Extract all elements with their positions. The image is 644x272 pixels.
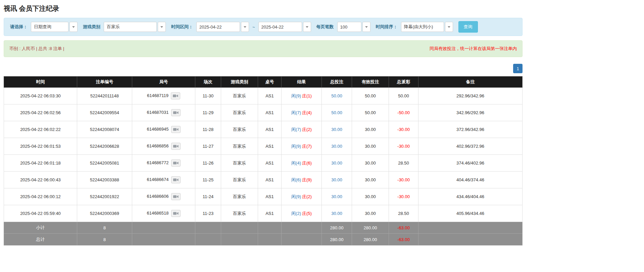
result-cell: 闲(2)庄(5) xyxy=(282,205,322,222)
payout: -30.00 xyxy=(389,172,418,188)
total-bet-link[interactable]: 30.00 xyxy=(331,144,342,149)
page-size-label: 每页笔数 xyxy=(316,24,334,30)
total-bet-link[interactable]: 50.00 xyxy=(331,110,342,115)
sort-input[interactable] xyxy=(401,22,444,32)
empty-cell xyxy=(282,234,322,245)
round-id: 614687119 xyxy=(147,93,168,98)
column-header-session: 场次 xyxy=(195,77,221,88)
round-video-button[interactable] xyxy=(171,92,180,99)
select-type-input[interactable] xyxy=(31,22,68,32)
total-bet-cell: 30.00 xyxy=(322,155,352,172)
date-from-dropdown-button[interactable] xyxy=(241,22,249,32)
page-size-dropdown-button[interactable] xyxy=(362,22,370,32)
round-cell: 614686518 xyxy=(132,205,195,222)
empty-cell xyxy=(258,234,282,245)
round-video-button[interactable] xyxy=(171,193,181,200)
table-number: AS1 xyxy=(258,88,282,104)
page-title: 视讯 会员下注纪录 xyxy=(4,4,523,13)
total-bet-link[interactable]: 50.00 xyxy=(331,93,342,98)
date-to-dropdown-button[interactable] xyxy=(303,22,311,32)
empty-cell xyxy=(221,222,258,234)
sort-dropdown-button[interactable] xyxy=(445,22,453,32)
session-number: 11-27 xyxy=(195,138,221,155)
bet-id: 522442000369 xyxy=(77,205,132,222)
remark: 405.96/434.46 xyxy=(418,205,523,222)
column-header-round-id: 局号 xyxy=(132,77,195,88)
remark: 434.46/404.46 xyxy=(418,188,523,205)
game-type: 百家乐 xyxy=(221,205,258,222)
subtotal-valid-bet: 280.00 xyxy=(352,222,389,234)
search-button[interactable]: 查询 xyxy=(458,21,478,33)
date-to-combo xyxy=(258,22,311,32)
result-player: 闲(9) xyxy=(291,93,301,98)
valid-bet: 30.00 xyxy=(352,205,389,222)
total-bet-link[interactable]: 30.00 xyxy=(331,194,342,199)
game-type: 百家乐 xyxy=(221,155,258,172)
round-video-button[interactable] xyxy=(171,126,181,133)
total-payout: -63.00 xyxy=(389,234,418,245)
remark: 342.96/292.96 xyxy=(418,104,523,121)
date-to-input[interactable] xyxy=(258,22,302,32)
chevron-down-icon xyxy=(160,26,163,28)
column-header-time: 时间 xyxy=(4,77,77,88)
total-label: 总计 xyxy=(4,234,77,245)
round-video-button[interactable] xyxy=(171,109,181,116)
page-size-input[interactable] xyxy=(337,22,361,32)
date-from-input[interactable] xyxy=(196,22,240,32)
column-header-table-no: 桌号 xyxy=(258,77,282,88)
bet-time: 2025-04-22 06:00:43 xyxy=(4,172,77,188)
result-player: 闲(9) xyxy=(291,194,301,199)
empty-cell xyxy=(132,222,195,234)
payout: -30.00 xyxy=(389,138,418,155)
total-bet-link[interactable]: 30.00 xyxy=(331,127,342,132)
chevron-down-icon xyxy=(365,26,368,28)
subtotal-label: 小计 xyxy=(4,222,77,234)
table-row: 2025-04-22 06:02:56 522442009554 6146870… xyxy=(4,104,523,121)
game-type-input[interactable] xyxy=(104,22,157,32)
empty-cell xyxy=(418,234,523,245)
round-video-button[interactable] xyxy=(171,176,181,183)
summary-bar: 币别 : 人民币 | 总共 :8 注单 | 同局有效投注，统一计算在该局第一张注… xyxy=(4,40,523,57)
round-cell: 614686606 xyxy=(132,188,195,205)
bet-id: 522442003388 xyxy=(77,172,132,188)
empty-cell xyxy=(418,222,523,234)
table-number: AS1 xyxy=(258,155,282,172)
remark: 374.46/402.96 xyxy=(418,155,523,172)
bet-id: 522442005081 xyxy=(77,155,132,172)
chevron-down-icon xyxy=(448,26,450,28)
game-type-dropdown-button[interactable] xyxy=(158,22,166,32)
round-cell: 614686856 xyxy=(132,138,195,155)
chevron-down-icon xyxy=(72,26,75,28)
result-cell: 闲(9)庄(2) xyxy=(282,188,322,205)
round-cell: 614687119 xyxy=(132,88,195,104)
bet-id: 522442006628 xyxy=(77,138,132,155)
video-camera-icon xyxy=(173,128,179,131)
empty-cell xyxy=(258,222,282,234)
total-bet-link[interactable]: 30.00 xyxy=(331,161,342,166)
session-number: 11-25 xyxy=(195,172,221,188)
session-number: 11-30 xyxy=(195,88,221,104)
page-button-1[interactable]: 1 xyxy=(513,64,523,73)
round-id: 614687031 xyxy=(147,110,168,115)
total-bet-cell: 30.00 xyxy=(322,205,352,222)
round-video-button[interactable] xyxy=(171,160,181,167)
video-camera-icon xyxy=(173,161,179,165)
result-player: 闲(4) xyxy=(291,161,301,166)
total-bet-link[interactable]: 30.00 xyxy=(331,211,342,216)
round-video-button[interactable] xyxy=(171,143,181,150)
total-bet-link[interactable]: 30.00 xyxy=(331,177,342,182)
bet-time: 2025-04-22 06:03:30 xyxy=(4,88,77,104)
page-size-combo xyxy=(337,22,370,32)
table-body: 2025-04-22 06:03:30 522442011148 6146871… xyxy=(4,88,523,222)
table-number: AS1 xyxy=(258,104,282,121)
round-id: 614686674 xyxy=(147,177,168,182)
round-id: 614686945 xyxy=(147,127,168,132)
select-type-dropdown-button[interactable] xyxy=(69,22,78,32)
table-number: AS1 xyxy=(258,138,282,155)
total-bet-cell: 30.00 xyxy=(322,188,352,205)
round-video-button[interactable] xyxy=(171,210,181,217)
result-cell: 闲(9)庄(7) xyxy=(282,138,322,155)
payout: -50.00 xyxy=(389,104,418,121)
video-camera-icon xyxy=(173,178,179,182)
valid-bet: 30.00 xyxy=(352,188,389,205)
